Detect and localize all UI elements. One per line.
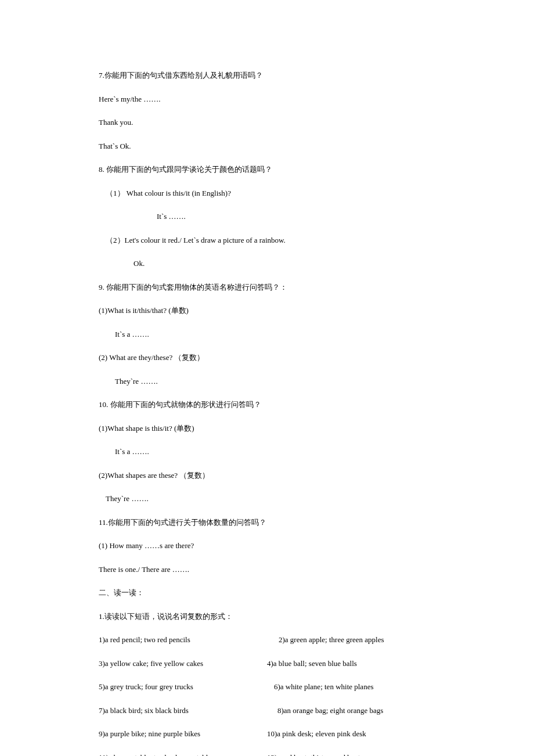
pair-left: 11)a brown table; twelve brown tables [99, 752, 261, 757]
pair-left: 5)a grey truck; four grey trucks [99, 681, 261, 693]
q7-l1: Here`s my/the ……. [99, 93, 435, 105]
pair-right: 12)a red boat; thirteen red boat [261, 752, 360, 757]
q10-title: 10. 你能用下面的句式就物体的形状进行问答吗？ [99, 399, 435, 411]
section2-sub: 1.读读以下短语，说说名词复数的形式： [99, 611, 435, 622]
pair-right: 10)a pink desk; eleven pink desk [261, 728, 366, 740]
pair-left: 3)a yellow cake; five yellow cakes [99, 658, 261, 669]
pair-right: 8)an orange bag; eight orange bags [261, 705, 383, 717]
q8-l3: （2）Let's colour it red./ Let`s draw a pi… [99, 235, 435, 246]
pair-left: 9)a purple bike; nine purple bikes [99, 728, 261, 740]
q9-l2: It`s a ……. [99, 329, 435, 340]
q8-title: 8. 你能用下面的句式跟同学谈论关于颜色的话题吗？ [99, 164, 435, 175]
q10-l3: (2)What shapes are these? （复数） [99, 470, 435, 481]
q11-title: 11.你能用下面的句式进行关于物体数量的问答吗？ [99, 517, 435, 528]
q9-title: 9. 你能用下面的句式套用物体的英语名称进行问答吗？： [99, 282, 435, 293]
pair-row: 11)a brown table; twelve brown tables 12… [99, 752, 435, 757]
pair-right: 2)a green apple; three green apples [261, 634, 384, 646]
q11-l2: There is one./ There are ……. [99, 564, 435, 575]
q10-l4: They`re ……. [99, 493, 435, 505]
q7-l2: Thank you. [99, 117, 435, 128]
pair-row: 1)a red pencil; two red pencils 2)a gree… [99, 634, 435, 646]
q8-l4: Ok. [99, 258, 435, 269]
q9-l3: (2) What are they/these? （复数） [99, 352, 435, 363]
pair-row: 3)a yellow cake; five yellow cakes 4)a b… [99, 658, 435, 669]
pair-row: 9)a purple bike; nine purple bikes 10)a … [99, 728, 435, 740]
pair-left: 1)a red pencil; two red pencils [99, 634, 261, 646]
q9-l1: (1)What is it/this/that? (单数) [99, 305, 435, 316]
pair-right: 6)a white plane; ten white planes [261, 681, 373, 693]
q11-l1: (1) How many ……s are there? [99, 540, 435, 552]
q9-l4: They`re ……. [99, 376, 435, 387]
q10-l2: It`s a ……. [99, 446, 435, 458]
pair-left: 7)a black bird; six black birds [99, 705, 261, 717]
q7-title: 7.你能用下面的句式借东西给别人及礼貌用语吗？ [99, 70, 435, 81]
q8-l2: It`s ……. [99, 211, 435, 222]
q10-l1: (1)What shape is this/it? (单数) [99, 423, 435, 434]
q8-l1: （1） What colour is this/it (in English)? [99, 188, 435, 199]
pair-right: 4)a blue ball; seven blue balls [261, 658, 357, 669]
q7-l3: That`s Ok. [99, 141, 435, 152]
pair-row: 5)a grey truck; four grey trucks 6)a whi… [99, 681, 435, 693]
section2-title: 二、读一读： [99, 587, 435, 599]
pair-row: 7)a black bird; six black birds 8)an ora… [99, 705, 435, 717]
